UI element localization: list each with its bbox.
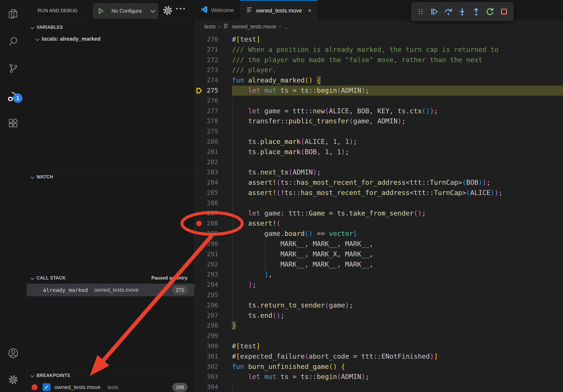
line-number[interactable]: 295 [204, 290, 218, 300]
line-number[interactable]: 293 [204, 269, 218, 280]
gutter-marker[interactable] [194, 249, 204, 259]
code-text[interactable]: assert!(ts::has_most_recent_for_address<… [218, 177, 490, 188]
code-line[interactable]: 285 assert!(!ts::has_most_recent_for_add… [194, 188, 563, 198]
code-line[interactable]: 281 ts.place_mark(BOB, 1, 1); [194, 147, 563, 157]
code-text[interactable]: ); [218, 280, 256, 290]
gutter-marker[interactable] [194, 321, 204, 331]
code-editor[interactable]: 270#[test]271/// When a position is alre… [194, 33, 563, 392]
gutter-marker[interactable] [194, 45, 204, 55]
code-text[interactable] [218, 126, 232, 137]
line-number[interactable]: 300 [204, 341, 218, 351]
code-text[interactable]: #[test] [218, 34, 260, 45]
start-debug-play-icon[interactable] [93, 3, 109, 18]
code-text[interactable]: #[test] [218, 341, 260, 351]
settings-gear-icon[interactable] [0, 369, 26, 391]
source-control-icon[interactable] [0, 57, 26, 79]
code-line[interactable]: 301#[expected_failure(abort_code = ttt::… [194, 351, 563, 362]
gutter-marker[interactable] [194, 65, 204, 75]
code-line[interactable]: 282 [194, 157, 563, 167]
code-line[interactable]: 286 [194, 198, 563, 208]
line-number[interactable]: 273 [204, 65, 218, 75]
line-number[interactable]: 288 [204, 218, 218, 229]
line-number[interactable]: 275 [204, 85, 218, 96]
settings-gear-icon[interactable] [162, 5, 173, 17]
gutter-marker[interactable] [194, 239, 204, 249]
gutter-marker[interactable] [194, 157, 204, 167]
line-number[interactable]: 285 [204, 188, 218, 198]
code-line[interactable]: 293 ], [194, 269, 563, 280]
code-line[interactable]: 287 let game: ttt::Game = ts.take_from_s… [194, 208, 563, 219]
more-actions-dots-icon[interactable] [176, 8, 185, 10]
gutter-marker[interactable] [194, 351, 204, 362]
code-line[interactable]: 296 ts.return_to_sender(game); [194, 300, 563, 311]
code-text[interactable]: game.board() == vector[ [218, 229, 357, 239]
code-text[interactable]: assert!( [218, 218, 281, 229]
code-text[interactable]: /// player. [218, 65, 276, 75]
code-text[interactable]: MARK__, MARK__, MARK__, [218, 259, 373, 270]
code-text[interactable]: ts.end(); [218, 311, 284, 321]
gutter-marker[interactable] [194, 311, 204, 321]
line-number[interactable]: 301 [204, 351, 218, 362]
code-line[interactable]: 298} [194, 321, 563, 331]
line-number[interactable]: 284 [204, 177, 218, 188]
gutter-marker[interactable] [194, 229, 204, 239]
gutter-marker[interactable] [194, 177, 204, 188]
gutter-marker[interactable] [194, 290, 204, 300]
code-text[interactable]: ts.place_mark(ALICE, 1, 1); [218, 137, 357, 147]
line-number[interactable]: 294 [204, 280, 218, 290]
gutter-marker[interactable] [194, 34, 204, 45]
step-out-icon[interactable] [472, 7, 481, 16]
code-text[interactable]: let game: ttt::Game = ts.take_from_sende… [218, 208, 426, 219]
line-number[interactable]: 291 [204, 249, 218, 259]
line-number[interactable]: 296 [204, 300, 218, 311]
breakpoint-list-item[interactable]: ✓ owned_tests.move tests 288 [27, 381, 194, 392]
gutter-marker[interactable] [194, 55, 204, 65]
code-text[interactable] [218, 382, 232, 392]
line-number[interactable]: 299 [204, 331, 218, 341]
code-line[interactable]: 291 MARK__, MARK_X, MARK__, [194, 249, 563, 259]
code-text[interactable]: let mut ts = ts::begin(ADMIN); [218, 85, 369, 96]
code-text[interactable]: let game = ttt::new(ALICE, BOB, KEY, ts.… [218, 106, 438, 116]
code-line[interactable]: 270#[test] [194, 34, 563, 45]
line-number[interactable]: 271 [204, 45, 218, 55]
code-line[interactable]: 283 ts.next_tx(ADMIN); [194, 167, 563, 177]
gutter-marker[interactable] [194, 75, 204, 85]
code-text[interactable]: transfer::public_transfer(game, ADMIN); [218, 116, 406, 126]
code-line[interactable]: 271/// When a position is already marked… [194, 45, 563, 55]
code-line[interactable]: 295 [194, 290, 563, 300]
code-line[interactable]: 292 MARK__, MARK__, MARK__, [194, 259, 563, 270]
code-line[interactable]: 276 [194, 96, 563, 106]
code-text[interactable]: #[expected_failure(abort_code = ttt::ENo… [218, 351, 438, 362]
run-and-debug-icon[interactable]: 1 [0, 85, 26, 107]
tab-owned-tests-move[interactable]: owned_tests.move × [240, 0, 318, 20]
code-text[interactable]: } [218, 321, 236, 331]
code-line[interactable]: 303 let mut ts = ts::begin(ADMIN); [194, 372, 563, 382]
close-icon[interactable]: × [308, 7, 312, 14]
extensions-icon[interactable] [0, 112, 26, 134]
code-text[interactable]: let mut ts = ts::begin(ADMIN); [218, 372, 369, 382]
step-into-icon[interactable] [458, 7, 467, 16]
call-stack-section-header[interactable]: CALL STACK Paused on entry [27, 272, 194, 284]
gutter-marker[interactable] [194, 331, 204, 341]
line-number[interactable]: 286 [204, 198, 218, 208]
code-text[interactable] [218, 331, 232, 341]
gutter-marker[interactable] [194, 372, 204, 382]
gutter-marker[interactable] [194, 208, 204, 219]
code-line[interactable]: 279 [194, 126, 563, 137]
code-text[interactable]: assert!(!ts::has_most_recent_for_address… [218, 188, 503, 198]
code-text[interactable] [218, 290, 232, 300]
gutter-marker[interactable] [194, 188, 204, 198]
line-number[interactable]: 280 [204, 137, 218, 147]
code-line[interactable]: 299 [194, 331, 563, 341]
code-line[interactable]: 294 ); [194, 280, 563, 290]
code-line[interactable]: 302fun burn_unfinished_game() { [194, 362, 563, 372]
line-number[interactable]: 270 [204, 34, 218, 45]
gutter-marker[interactable] [194, 198, 204, 208]
line-number[interactable]: 302 [204, 362, 218, 372]
line-number[interactable]: 282 [204, 157, 218, 167]
code-line[interactable]: 288 assert!( [194, 218, 563, 229]
line-number[interactable]: 303 [204, 372, 218, 382]
stop-icon[interactable] [499, 7, 509, 16]
gutter-marker[interactable] [194, 280, 204, 290]
code-line[interactable]: 304 [194, 382, 563, 392]
